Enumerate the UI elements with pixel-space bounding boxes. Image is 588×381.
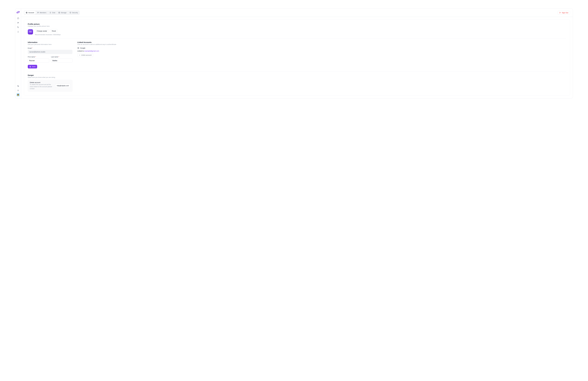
divider [28, 71, 566, 72]
linked-email: example@gmail.com [84, 50, 99, 52]
sidebar-item-briefcase[interactable] [16, 17, 20, 20]
email-field [28, 50, 72, 54]
provider-name: Google [80, 47, 85, 49]
reset-avatar-button[interactable]: Reset [50, 29, 58, 33]
svg-point-8 [38, 12, 38, 13]
tab-account[interactable]: Account [24, 11, 36, 14]
tab-members[interactable]: Members [36, 11, 48, 14]
change-avatar-button[interactable]: Change avatar [35, 29, 49, 33]
linked-text: Linked to example@gmail.com [77, 50, 566, 52]
svg-point-5 [18, 90, 18, 91]
tab-label: Club [52, 12, 55, 14]
avatar-initials: RB [29, 31, 32, 33]
help-email-pill[interactable]: help@clipido.com [55, 84, 70, 88]
settings-tabs: Account Members Club Storage Security [24, 10, 80, 15]
svg-point-7 [26, 12, 27, 13]
briefcase-icon [17, 17, 19, 19]
sidebar-item-tags[interactable] [16, 25, 20, 29]
profile-section: Profile picture Change your profile pict… [28, 23, 566, 36]
info-title: Information [28, 41, 72, 43]
shield-icon [69, 12, 71, 14]
email-label: Email [28, 47, 32, 49]
svg-point-9 [38, 12, 39, 13]
svg-point-0 [17, 11, 20, 13]
profile-subtitle: Change your profile picture here [28, 25, 566, 27]
tab-label: Storage [61, 12, 66, 14]
sign-out-icon [559, 12, 561, 14]
save-button[interactable]: Save [28, 65, 37, 68]
tab-security[interactable]: Security [68, 11, 79, 14]
sidebar-item-settings[interactable] [16, 89, 20, 92]
sidebar-item-chat[interactable] [16, 84, 20, 88]
required-marker: * [59, 56, 59, 58]
danger-title: Danger [28, 74, 566, 76]
danger-subtitle: Make sure you know what you are doing [28, 76, 566, 78]
linked-prefix: Linked to [77, 50, 84, 52]
user-circle-icon [26, 12, 27, 14]
users-icon [17, 22, 19, 24]
delete-account-title: Delete account [30, 82, 53, 83]
delete-account-body: To delete the account and all the clubs … [30, 84, 53, 90]
topbar: Account Members Club Storage Security [21, 9, 573, 17]
save-icon [29, 66, 31, 67]
database-icon [58, 12, 60, 14]
avatar: RB [28, 29, 33, 34]
sidebar: 👩 [15, 9, 21, 98]
last-name-label: Last name [51, 56, 58, 58]
svg-point-3 [18, 22, 19, 23]
provider-row: Google [77, 47, 566, 49]
google-icon [77, 47, 79, 49]
required-marker: * [35, 56, 36, 58]
linked-subtitle: Link an account to add an additional way… [77, 43, 566, 45]
linked-accounts-section: Linked Accounts Link an account to add a… [77, 41, 566, 68]
info-subtitle: Edit your personal information here [28, 43, 72, 45]
information-section: Information Edit your personal informati… [28, 41, 72, 68]
required-marker: * [32, 47, 33, 49]
last-name-field[interactable] [51, 59, 72, 63]
app-logo[interactable] [16, 10, 20, 14]
unlink-account-button[interactable]: Unlink account [77, 53, 93, 57]
first-name-field[interactable] [28, 59, 49, 63]
upload-icon [17, 31, 19, 33]
sidebar-item-upload[interactable] [16, 30, 20, 34]
sidebar-user-avatar[interactable]: 👩 [17, 93, 20, 96]
svg-rect-1 [17, 18, 19, 19]
svg-point-10 [59, 12, 60, 12]
tab-storage[interactable]: Storage [57, 11, 68, 14]
diamond-icon [49, 12, 51, 14]
close-icon [79, 54, 80, 56]
tab-club[interactable]: Club [48, 11, 57, 14]
app-frame: 👩 Account Members Club Stora [15, 8, 573, 98]
gear-icon [17, 89, 19, 91]
tab-label: Account [28, 12, 34, 14]
svg-point-2 [18, 22, 18, 23]
sidebar-item-users[interactable] [16, 21, 20, 24]
sign-out-button[interactable]: Sign Out [558, 11, 570, 15]
chat-icon [17, 85, 19, 87]
divider [28, 39, 566, 39]
save-label: Save [32, 66, 36, 67]
svg-rect-11 [30, 67, 31, 67]
sign-out-label: Sign Out [562, 12, 568, 14]
users-icon [37, 12, 39, 14]
linked-title: Linked Accounts [77, 41, 566, 43]
tab-label: Members [40, 12, 46, 14]
unlink-label: Unlink account [81, 54, 92, 56]
tab-label: Security [72, 12, 78, 14]
avatar-emoji: 👩 [17, 94, 19, 96]
content-card: Profile picture Change your profile pict… [24, 20, 570, 95]
tags-icon [17, 26, 19, 28]
profile-title: Profile picture [28, 23, 566, 25]
logo-icon [17, 11, 20, 14]
danger-section: Danger Make sure you know what you are d… [28, 74, 566, 92]
avatar-hint: Recommended resolution: 500x500px [35, 34, 61, 36]
first-name-label: First name [28, 56, 35, 58]
